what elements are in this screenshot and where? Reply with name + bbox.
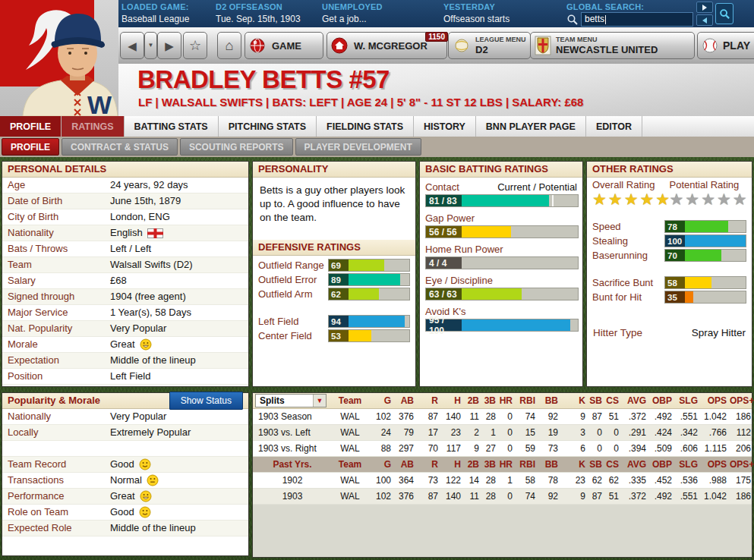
status-label: UNEMPLOYED bbox=[322, 2, 443, 11]
detail-value: Middle of the lineup bbox=[110, 521, 248, 536]
show-status-button[interactable]: Show Status bbox=[169, 392, 243, 410]
column-header[interactable]: OBP bbox=[649, 395, 675, 406]
detail-value: Walsall Swifts (D2) bbox=[110, 257, 248, 272]
column-header[interactable]: SB bbox=[588, 459, 605, 470]
detail-label: Transactions bbox=[2, 473, 110, 488]
detail-value: June 15th, 1879 bbox=[110, 193, 248, 209]
league-menu-button[interactable]: LEAGUE MENU D2 bbox=[448, 32, 531, 59]
column-header[interactable]: 2B bbox=[464, 395, 482, 406]
subtab-player-development[interactable]: PLAYER DEVELOPMENT bbox=[295, 138, 421, 156]
nav-forward-button[interactable]: ▶ bbox=[157, 32, 181, 59]
rating-bar: 69 bbox=[328, 259, 410, 272]
column-header[interactable]: OPS+ bbox=[730, 395, 754, 406]
manager-menu-button[interactable]: W. MCGREGOR 1150 bbox=[327, 32, 447, 59]
column-header[interactable]: AVG bbox=[622, 459, 649, 470]
row-label: 1903 vs. Right bbox=[253, 443, 335, 454]
game-menu-button[interactable]: GAME bbox=[244, 32, 323, 59]
stat-cell: 1.042 bbox=[701, 411, 730, 422]
stat-cell: 3 bbox=[561, 427, 588, 438]
detail-row: Nationally Very Popular bbox=[2, 409, 248, 425]
detail-row: Signed through 1904 (free agent) bbox=[2, 289, 248, 305]
status-items: LOADED GAME: Baseball League D2 OFFSEASO… bbox=[121, 0, 557, 27]
column-header[interactable]: AVG bbox=[622, 395, 649, 406]
nav-history-dropdown-button[interactable]: ▼ bbox=[144, 32, 157, 59]
row-label: 1903 Season bbox=[253, 411, 335, 422]
search-prev-button[interactable] bbox=[696, 14, 713, 26]
column-header[interactable]: K bbox=[561, 395, 588, 406]
stat-cell: 28 bbox=[482, 475, 499, 486]
tab-batting-stats[interactable]: BATTING STATS bbox=[125, 116, 219, 137]
stat-cell: .372 bbox=[622, 491, 649, 502]
stat-cell: 78 bbox=[538, 475, 561, 486]
tab-ratings[interactable]: RATINGS bbox=[62, 116, 124, 137]
global-search-button[interactable] bbox=[715, 3, 733, 24]
team-menu-value: NEWCASTLE UNITED bbox=[556, 44, 658, 55]
splits-dropdown[interactable]: Splits▼ bbox=[255, 394, 327, 407]
column-header[interactable]: H bbox=[441, 395, 464, 406]
stats-row: 1902WAL10036473122142815878236262.335.45… bbox=[253, 473, 752, 489]
column-header[interactable]: CS bbox=[605, 395, 622, 406]
column-header[interactable]: SB bbox=[588, 395, 605, 406]
global-search-input[interactable]: betts bbox=[581, 12, 693, 27]
column-header[interactable]: 3B bbox=[482, 459, 499, 470]
rating-bar: 94 bbox=[328, 315, 410, 328]
column-header[interactable]: G bbox=[368, 395, 394, 406]
column-header[interactable]: OPS bbox=[701, 395, 730, 406]
detail-row: Position Left Field bbox=[2, 369, 248, 385]
column-header[interactable]: 2B bbox=[464, 459, 482, 470]
column-header[interactable]: RBI bbox=[516, 459, 538, 470]
tab-history[interactable]: HISTORY bbox=[414, 116, 476, 137]
rating-group: Avoid K's 95 / 100 bbox=[420, 304, 582, 335]
column-header[interactable]: K bbox=[561, 459, 588, 470]
rating-label: Speed bbox=[592, 221, 664, 232]
favorites-button[interactable]: ☆ bbox=[183, 32, 207, 59]
detail-label: City of Birth bbox=[2, 209, 110, 225]
smiley-good-icon bbox=[139, 506, 151, 518]
chevron-down-icon: ▼ bbox=[313, 395, 326, 407]
column-header[interactable]: AB bbox=[394, 459, 417, 470]
column-header[interactable]: OBP bbox=[649, 459, 675, 470]
column-header[interactable]: BB bbox=[538, 459, 561, 470]
column-header[interactable]: AB bbox=[394, 395, 417, 406]
column-header[interactable]: 3B bbox=[482, 395, 499, 406]
manager-name-label: W. MCGREGOR bbox=[354, 40, 427, 52]
home-button[interactable]: ⌂ bbox=[217, 32, 241, 59]
tab-fielding-stats[interactable]: FIELDING STATS bbox=[317, 116, 414, 137]
column-header[interactable]: CS bbox=[605, 459, 622, 470]
tab-editor[interactable]: EDITOR bbox=[586, 116, 642, 137]
tab-bnn-player-page[interactable]: BNN PLAYER PAGE bbox=[476, 116, 586, 137]
column-header[interactable]: Team bbox=[335, 395, 368, 406]
subtab-scouting-reports[interactable]: SCOUTING REPORTS bbox=[180, 138, 293, 156]
column-header[interactable]: RBI bbox=[516, 395, 538, 406]
column-header[interactable]: G bbox=[368, 459, 394, 470]
detail-label: Salary bbox=[2, 273, 110, 288]
column-header[interactable]: HR bbox=[499, 459, 516, 470]
column-header[interactable]: HR bbox=[499, 395, 516, 406]
column-header[interactable]: BB bbox=[538, 395, 561, 406]
column-header[interactable]: R bbox=[417, 459, 441, 470]
stat-cell: .394 bbox=[622, 443, 649, 454]
subtab-profile[interactable]: PROFILE bbox=[2, 138, 59, 156]
subtab-contract-status[interactable]: CONTRACT & STATUS bbox=[62, 138, 178, 156]
column-header[interactable]: OPS bbox=[701, 459, 730, 470]
detail-label: Team bbox=[2, 257, 110, 272]
column-header[interactable]: OPS+ bbox=[730, 459, 754, 470]
column-header[interactable]: R bbox=[417, 395, 441, 406]
team-menu-button[interactable]: TEAM MENU NEWCASTLE UNITED bbox=[530, 32, 695, 59]
tab-pitching-stats[interactable]: PITCHING STATS bbox=[219, 116, 317, 137]
search-next-button[interactable] bbox=[696, 2, 713, 13]
stat-cell: 28 bbox=[482, 411, 499, 422]
detail-row: Expected Role Middle of the lineup bbox=[2, 521, 248, 536]
column-header[interactable]: Team bbox=[335, 459, 368, 470]
column-header[interactable]: H bbox=[441, 459, 464, 470]
svg-text:W: W bbox=[87, 90, 112, 116]
column-header[interactable]: SLG bbox=[675, 459, 701, 470]
play-button[interactable]: PLAY bbox=[697, 32, 754, 59]
column-header[interactable]: SLG bbox=[675, 395, 701, 406]
nav-back-button[interactable]: ◀ bbox=[120, 32, 144, 59]
tab-profile[interactable]: PROFILE bbox=[0, 116, 62, 137]
stat-cell: 9 bbox=[561, 411, 588, 422]
detail-value: Good bbox=[110, 505, 248, 520]
rating-bar: 53 bbox=[328, 329, 410, 342]
status-value: Get a job... bbox=[322, 14, 443, 24]
